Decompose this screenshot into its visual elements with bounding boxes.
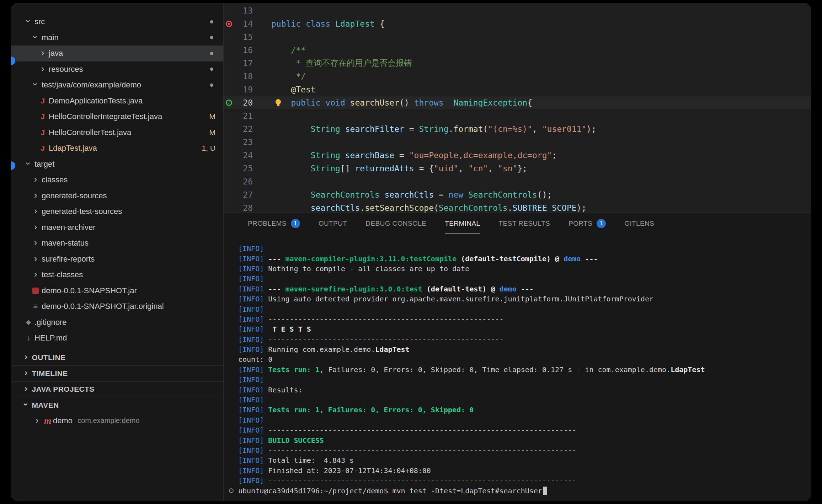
- code-editor[interactable]: 1314public class LdapTest {1516 /**17 * …: [224, 3, 811, 213]
- text-segment: ;: [552, 151, 557, 160]
- tree-item-hellocontrollertest-java[interactable]: JHelloControllerTest.javaM: [11, 125, 223, 141]
- chevron-right-icon: ›: [25, 353, 27, 361]
- text-segment: [345, 98, 350, 107]
- tree-item-label: HelloControllerTest.java: [49, 128, 131, 137]
- text-segment: "user011": [542, 124, 587, 134]
- tree-item-test-java-com-example-demo[interactable]: ›test/java/com/example/demo: [11, 77, 223, 93]
- text-segment: [271, 98, 291, 107]
- tree-item-test-classes[interactable]: ›test-classes: [11, 267, 223, 283]
- tree-item-demo-0-0-1-snapshot-jar[interactable]: demo-0.0.1-SNAPSHOT.jar: [11, 283, 223, 299]
- text-segment: [INFO]: [238, 254, 268, 263]
- terminal-line: [INFO] Finished at: 2023-07-12T14:34:04+…: [238, 466, 811, 476]
- tree-item-demoapplicationtests-java[interactable]: JDemoApplicationTests.java: [11, 93, 223, 109]
- sidebar-sections: ›OUTLINE›TIMELINE›JAVA PROJECTS›MAVEN›md…: [11, 350, 223, 429]
- section-label: OUTLINE: [32, 353, 65, 362]
- text-segment: (default-testCompile): [461, 254, 551, 263]
- text-segment: "ou=People,dc=example,dc=org": [409, 151, 552, 160]
- text-segment: [444, 98, 454, 107]
- section-header-java-projects[interactable]: ›JAVA PROJECTS: [11, 381, 223, 397]
- code-line-26[interactable]: 26: [224, 175, 811, 188]
- section-label: JAVA PROJECTS: [32, 385, 94, 393]
- text-segment: ---: [268, 285, 285, 293]
- test-passed-icon[interactable]: ✓: [224, 100, 234, 106]
- maven-project-item[interactable]: ›mdemocom.example:demo: [11, 413, 223, 429]
- section-label: MAVEN: [32, 401, 59, 409]
- text-segment: [INFO]: [238, 305, 264, 313]
- tree-item-maven-archiver[interactable]: ›maven-archiver: [11, 220, 223, 236]
- tree-item-maven-status[interactable]: ›maven-status: [11, 235, 223, 251]
- code-line-28[interactable]: 28 searchCtls.setSearchScope(SearchContr…: [224, 201, 811, 213]
- panel-tab-label: DEBUG CONSOLE: [365, 220, 426, 227]
- text-segment: [271, 151, 311, 160]
- tree-item-src[interactable]: ›src: [11, 14, 223, 30]
- terminal-prompt-line[interactable]: ubuntu@ca39d45d1796:~/project/demo$ mvn …: [238, 486, 811, 495]
- tree-item-generated-test-sources[interactable]: ›generated-test-sources: [11, 204, 223, 220]
- tree-item-ldaptest-java[interactable]: JLdapTest.java1, U: [11, 140, 223, 156]
- test-error-icon[interactable]: [224, 21, 234, 27]
- terminal-line: [INFO] Results:: [238, 385, 811, 395]
- text-segment: Tests run: 1, Failures: 0, Errors: 0, Sk…: [268, 406, 474, 414]
- text-segment: LdapTest: [671, 365, 705, 374]
- section-header-outline[interactable]: ›OUTLINE: [11, 350, 223, 366]
- panel-tab-bar: PROBLEMS1OUTPUTDEBUG CONSOLETERMINALTEST…: [224, 213, 811, 234]
- tree-item-demo-0-0-1-snapshot-jar-original[interactable]: ≡demo-0.0.1-SNAPSHOT.jar.original: [11, 299, 223, 315]
- panel-tab-terminal[interactable]: TERMINAL: [445, 213, 480, 234]
- text-segment: returnedAtts: [355, 164, 414, 173]
- code-line-27[interactable]: 27 SearchControls searchCtls = new Searc…: [224, 188, 811, 201]
- section-header-timeline[interactable]: ›TIMELINE: [11, 365, 223, 381]
- code-line-20[interactable]: ✓20 public void searchUser() throws Nami…: [224, 96, 811, 109]
- text-segment: Nothing to compile - all classes are up …: [268, 264, 469, 273]
- tree-item-surefire-reports[interactable]: ›surefire-reports: [11, 251, 223, 267]
- code-line-19[interactable]: 19 @Test: [224, 83, 811, 96]
- tree-item-classes[interactable]: ›classes: [11, 172, 223, 188]
- section-header-maven[interactable]: ›MAVEN: [11, 397, 223, 413]
- text-segment: Using auto detected provider org.apache.…: [268, 295, 653, 303]
- text-segment: String: [419, 124, 448, 134]
- code-line-17[interactable]: 17 * 查询不存在的用户是否会报错: [224, 57, 811, 70]
- code-line-16[interactable]: 16 /**: [224, 43, 811, 57]
- vscode-window: ›src›main›java›resources›test/java/com/e…: [11, 3, 811, 501]
- tree-item-hellocontrollerintegratetest-java[interactable]: JHelloControllerIntegrateTest.javaM: [11, 109, 223, 125]
- code-line-13[interactable]: 13: [224, 4, 811, 17]
- line-number: 15: [234, 32, 253, 42]
- tree-item-target[interactable]: ›target: [11, 156, 223, 172]
- tree-item-resources[interactable]: ›resources: [11, 61, 223, 77]
- tree-item--gitignore[interactable]: ◆.gitignore: [11, 315, 223, 331]
- panel-tab-test-results[interactable]: TEST RESULTS: [499, 213, 550, 234]
- tree-item-help-md[interactable]: ↓HELP.md: [11, 330, 223, 346]
- text-segment: LdapTest: [375, 345, 409, 354]
- code-line-15[interactable]: 15: [224, 30, 811, 43]
- code-line-21[interactable]: 21: [224, 109, 811, 122]
- chevron-down-icon: ›: [23, 160, 34, 169]
- terminal-line: [INFO] Tests run: 1, Failures: 0, Errors…: [238, 405, 811, 415]
- code-text: @Test: [253, 85, 316, 94]
- tree-item-label: src: [34, 17, 45, 26]
- file-icon: ≡: [30, 302, 41, 311]
- maven-project-description: com.example:demo: [78, 417, 140, 425]
- text-segment: );: [577, 203, 587, 213]
- code-line-25[interactable]: 25 String[] returnedAtts = {"uid", "cn",…: [224, 162, 811, 175]
- code-line-22[interactable]: 22 String searchFilter = String.format("…: [224, 122, 811, 135]
- chevron-right-icon: ›: [30, 238, 41, 248]
- code-line-14[interactable]: 14public class LdapTest {: [224, 17, 811, 30]
- panel-tab-ports[interactable]: PORTS1: [569, 213, 606, 234]
- tree-item-generated-sources[interactable]: ›generated-sources: [11, 188, 223, 204]
- command-decoration-icon[interactable]: [229, 488, 234, 493]
- text-segment: ();: [537, 190, 552, 199]
- code-line-23[interactable]: 23: [224, 135, 811, 149]
- text-segment: public: [291, 98, 320, 107]
- lightbulb-icon[interactable]: [276, 99, 281, 104]
- panel-tab-output[interactable]: OUTPUT: [319, 213, 347, 234]
- code-line-18[interactable]: 18 */: [224, 70, 811, 83]
- text-segment: [INFO]: [238, 436, 268, 445]
- panel-tab-gitlens[interactable]: GITLENS: [624, 213, 654, 234]
- tree-item-java[interactable]: ›java: [11, 45, 223, 61]
- panel-tab-debug-console[interactable]: DEBUG CONSOLE: [365, 213, 426, 234]
- tree-item-main[interactable]: ›main: [11, 30, 223, 46]
- text-segment: (: [434, 203, 439, 213]
- terminal-output[interactable]: [INFO][INFO] --- maven-compiler-plugin:3…: [224, 234, 811, 501]
- text-segment: @Test: [291, 85, 315, 94]
- code-text: public void searchUser() throws NamingEx…: [253, 98, 532, 107]
- code-line-24[interactable]: 24 String searchBase = "ou=People,dc=exa…: [224, 149, 811, 162]
- panel-tab-problems[interactable]: PROBLEMS1: [248, 213, 300, 234]
